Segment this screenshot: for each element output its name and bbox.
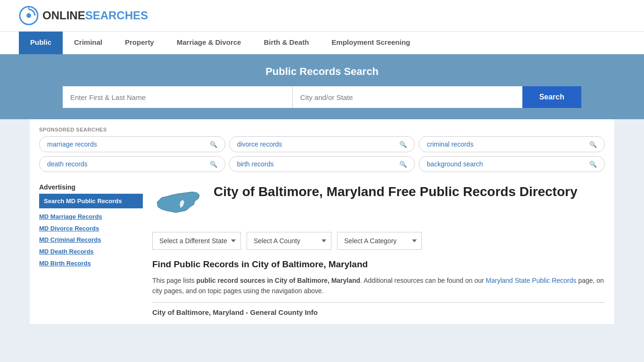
name-input[interactable]	[63, 86, 293, 108]
sponsored-link-divorce[interactable]: divorce records	[237, 140, 282, 148]
dropdowns-section: Select a Different State Select A County…	[152, 232, 605, 250]
nav-item-marriage-divorce[interactable]: Marriage & Divorce	[165, 32, 253, 54]
main-content: SPONSORED SEARCHES marriage records 🔍 di…	[30, 119, 614, 324]
search-button[interactable]: Search	[522, 86, 581, 108]
logo-searches-text: SEARCHES	[85, 9, 148, 22]
sponsored-link-marriage[interactable]: marriage records	[47, 140, 97, 148]
sidebar-link-criminal[interactable]: MD Criminal Records	[39, 234, 143, 246]
search-banner-title: Public Records Search	[19, 66, 625, 78]
svg-point-1	[26, 13, 31, 18]
search-icon: 🔍	[399, 141, 407, 148]
search-icon: 🔍	[589, 161, 597, 168]
page-body: Advertising Search MD Public Records MD …	[39, 183, 605, 316]
logo-text: ONLINE SEARCHES	[42, 9, 148, 22]
content-divider	[152, 302, 605, 303]
list-item[interactable]: criminal records 🔍	[419, 136, 605, 152]
list-item[interactable]: background search 🔍	[419, 156, 605, 172]
maryland-map-icon	[152, 183, 204, 221]
state-map	[152, 183, 204, 222]
category-dropdown[interactable]: Select A Category	[337, 232, 422, 250]
sponsored-link-birth[interactable]: birth records	[237, 160, 274, 168]
county-dropdown[interactable]: Select A County	[247, 232, 331, 250]
sidebar-ad-label: Advertising	[39, 183, 143, 191]
sponsored-link-criminal[interactable]: criminal records	[427, 140, 473, 148]
search-banner: Public Records Search Search	[0, 54, 644, 119]
nav-item-employment[interactable]: Employment Screening	[320, 32, 421, 54]
desc-part2: . Additional resources can be found on o…	[360, 277, 486, 284]
main-nav: Public Criminal Property Marriage & Divo…	[0, 31, 644, 54]
section-title: Find Public Records in City of Baltimore…	[152, 259, 605, 270]
sidebar-link-divorce[interactable]: MD Divorce Records	[39, 223, 143, 235]
desc-part1: This page lists	[152, 277, 196, 284]
description-text: This page lists public record sources in…	[152, 275, 605, 296]
nav-item-public[interactable]: Public	[19, 32, 63, 54]
location-input[interactable]	[293, 86, 522, 108]
site-header: ONLINE SEARCHES	[0, 0, 644, 31]
sponsored-link-death[interactable]: death records	[47, 160, 88, 168]
sidebar-link-death[interactable]: MD Death Records	[39, 246, 143, 258]
desc-link[interactable]: Maryland State Public Records	[486, 277, 576, 284]
sidebar-highlight[interactable]: Search MD Public Records	[39, 194, 143, 208]
search-icon: 🔍	[589, 141, 597, 148]
search-form: Search	[63, 86, 581, 108]
nav-item-property[interactable]: Property	[114, 32, 165, 54]
list-item[interactable]: divorce records 🔍	[229, 136, 415, 152]
nav-item-birth-death[interactable]: Birth & Death	[252, 32, 320, 54]
nav-item-criminal[interactable]: Criminal	[63, 32, 114, 54]
page-title: City of Baltimore, Maryland Free Public …	[214, 183, 578, 200]
list-item[interactable]: death records 🔍	[39, 156, 225, 172]
desc-bold: public record sources in City of Baltimo…	[196, 277, 360, 284]
search-icon: 🔍	[210, 141, 217, 148]
content-area: City of Baltimore, Maryland Free Public …	[152, 183, 605, 316]
search-icon: 🔍	[210, 161, 217, 168]
sidebar: Advertising Search MD Public Records MD …	[39, 183, 143, 316]
sponsored-label: SPONSORED SEARCHES	[39, 127, 605, 132]
sponsored-link-background[interactable]: background search	[427, 160, 483, 168]
sponsored-grid: marriage records 🔍 divorce records 🔍 cri…	[39, 136, 605, 172]
county-info-heading: City of Baltimore, Maryland - General Co…	[152, 308, 605, 316]
sponsored-section: SPONSORED SEARCHES marriage records 🔍 di…	[39, 127, 605, 172]
state-header: City of Baltimore, Maryland Free Public …	[152, 183, 605, 222]
search-icon: 🔍	[399, 161, 407, 168]
logo-online-text: ONLINE	[42, 9, 85, 22]
sidebar-link-marriage[interactable]: MD Marriage Records	[39, 211, 143, 223]
state-dropdown[interactable]: Select a Different State	[152, 232, 241, 250]
sidebar-link-birth[interactable]: MD Birth Records	[39, 258, 143, 270]
logo[interactable]: ONLINE SEARCHES	[19, 6, 148, 25]
logo-icon	[19, 6, 39, 25]
list-item[interactable]: marriage records 🔍	[39, 136, 225, 152]
list-item[interactable]: birth records 🔍	[229, 156, 415, 172]
